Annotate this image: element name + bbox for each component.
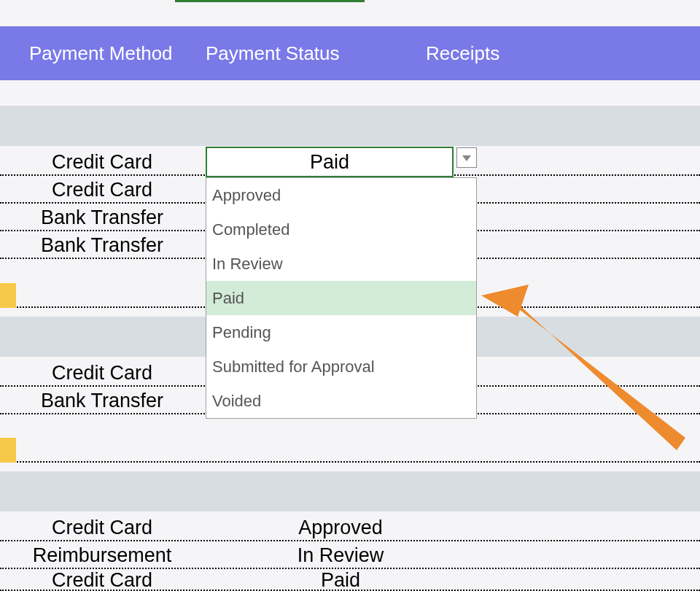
top-green-underline: [175, 0, 365, 2]
dropdown-list: Approved Completed In Review Paid Pendin…: [206, 177, 477, 419]
cell-payment-method: Reimbursement: [0, 544, 204, 567]
header-receipts: Receipts: [426, 26, 700, 80]
cell-payment-method: Credit Card: [0, 517, 204, 539]
svg-marker-0: [462, 155, 471, 161]
cell-payment-method: Credit Card: [0, 362, 204, 385]
dropdown-option[interactable]: Voided: [206, 384, 476, 418]
dropdown-option[interactable]: Completed: [206, 212, 476, 247]
dropdown-option[interactable]: Pending: [206, 315, 476, 349]
chevron-down-icon: [462, 151, 471, 164]
svg-marker-2: [509, 296, 685, 450]
dropdown-option[interactable]: In Review: [206, 247, 476, 281]
table-row: Credit Card Approved: [0, 514, 700, 541]
group-band: [0, 106, 700, 146]
cell-payment-method: Credit Card: [0, 151, 204, 174]
yellow-marker: [0, 438, 16, 463]
cell-payment-status[interactable]: In Review: [204, 544, 477, 567]
cell-payment-status[interactable]: Approved: [204, 517, 477, 539]
column-header-row: Payment Method Payment Status Receipts: [0, 26, 700, 80]
header-payment-method: Payment Method: [0, 26, 204, 80]
dropdown-option[interactable]: Approved: [206, 178, 476, 212]
cell-payment-method: Credit Card: [0, 569, 204, 592]
cell-payment-method: Bank Transfer: [0, 390, 204, 412]
dropdown-option[interactable]: Paid: [206, 281, 476, 315]
cell-payment-method: Bank Transfer: [0, 206, 204, 229]
yellow-marker: [0, 283, 16, 308]
table-row: Credit Card Paid: [0, 569, 700, 591]
table-row: Reimbursement In Review: [0, 541, 700, 569]
active-dropdown-cell[interactable]: Paid: [206, 147, 454, 177]
header-payment-status: Payment Status: [204, 26, 426, 80]
active-cell-value: Paid: [310, 151, 349, 174]
dropdown-option[interactable]: Submitted for Approval: [206, 349, 476, 384]
svg-marker-1: [481, 285, 529, 317]
cell-payment-status[interactable]: Paid: [204, 569, 477, 592]
cell-payment-method: Bank Transfer: [0, 234, 204, 257]
annotation-arrow-icon: [467, 270, 700, 482]
dropdown-toggle-button[interactable]: [456, 147, 477, 168]
cell-payment-method: Credit Card: [0, 179, 204, 201]
